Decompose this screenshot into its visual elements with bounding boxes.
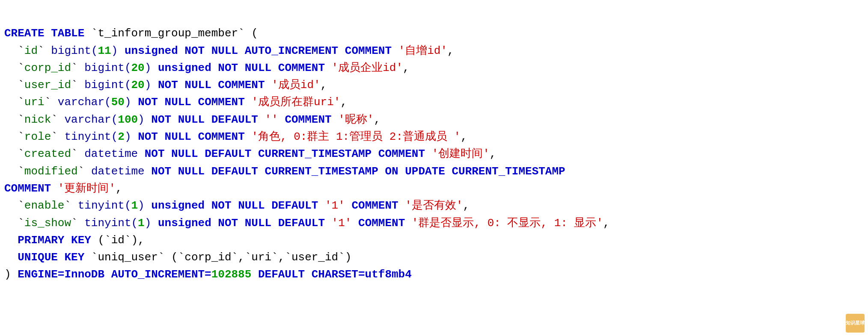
create-keyword: CREATE TABLE [4, 27, 84, 40]
col-modified: modified [24, 165, 78, 178]
col-is-show: is_show [24, 217, 71, 230]
col-id: id [24, 44, 38, 57]
col-role: role [24, 130, 51, 143]
col-nick: nick [24, 113, 51, 126]
sql-code-block: CREATE TABLE `t_inform_group_member` ( `… [4, 8, 864, 283]
col-uri: uri [24, 96, 45, 109]
type-bigint: bigint(11) [51, 44, 118, 57]
col-enable: enable [24, 199, 65, 212]
col-created: created [24, 147, 71, 160]
col-corp-id: corp_id [24, 62, 71, 74]
col-user-id: user_id [24, 79, 71, 91]
